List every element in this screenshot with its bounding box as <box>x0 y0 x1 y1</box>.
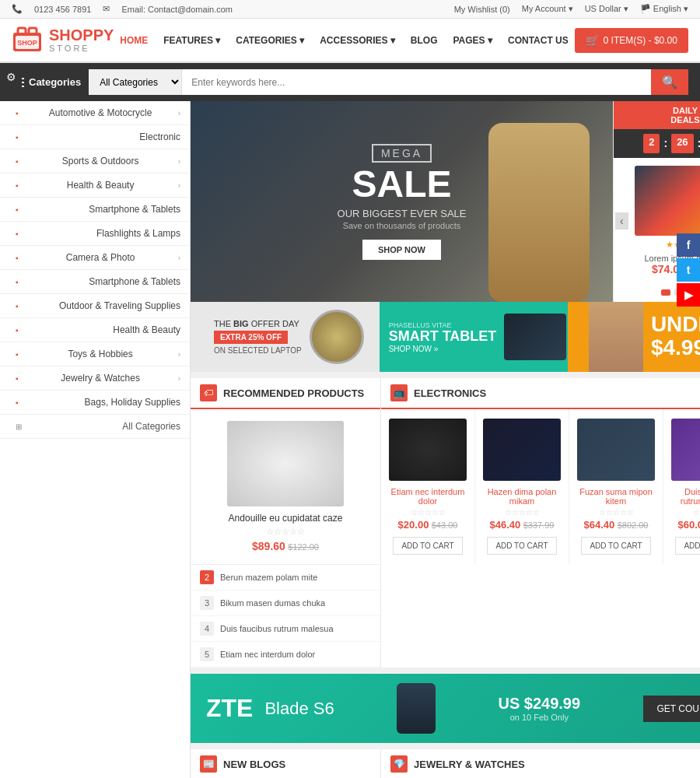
deal-dot-1[interactable] <box>661 289 670 296</box>
account-link[interactable]: My Account ▾ <box>522 4 573 14</box>
nav-home[interactable]: HOME <box>120 35 148 46</box>
promo-watch-image <box>310 310 364 364</box>
sidebar-item[interactable]: Camera & Photo› <box>0 246 190 270</box>
product-pricing: $64.40 $802.00 <box>577 519 655 531</box>
sidebar-item[interactable]: Health & Beauty <box>0 318 190 342</box>
product-stars: ☆☆☆☆☆ <box>483 508 561 517</box>
search-button[interactable]: 🔍 <box>651 69 688 95</box>
hero-shop-now-button[interactable]: SHOP NOW <box>362 240 441 260</box>
list-item-num: 2 <box>200 570 214 584</box>
promo-banners: THE BIG OFFER DAY EXTRA 25% OFF ON SELEC… <box>191 302 700 372</box>
daily-deals-header: DAILYDEALS <box>614 101 700 129</box>
promo-under-price: $4.99 <box>651 335 700 360</box>
svg-text:SHOP: SHOP <box>17 39 37 47</box>
category-select[interactable]: All Categories <box>89 69 182 95</box>
blog-icon: 📰 <box>200 755 217 773</box>
facebook-button[interactable]: f <box>677 233 700 257</box>
sidebar: Automotive & Motocrycle› Electronic Spor… <box>0 101 191 778</box>
currency-link[interactable]: US Dollar ▾ <box>585 4 628 14</box>
list-item[interactable]: 2 Berun mazem polam mite <box>191 565 380 591</box>
promo-banner-tablet[interactable]: PHASELLUS VITAE SMART TABLET SHOP NOW » <box>380 302 569 372</box>
sidebar-item[interactable]: Jewelry & Watches› <box>0 366 190 391</box>
zte-coupon-button[interactable]: GET COUPON » <box>643 696 701 722</box>
list-item-num: 3 <box>200 596 214 610</box>
product-name: Fuzan suma mipon kitem <box>577 487 655 506</box>
new-blogs-col: 📰 NEW BLOGS <box>191 749 381 778</box>
product-pricing: $60.00 $100.00 <box>671 519 700 531</box>
sidebar-item[interactable]: Electronic <box>0 125 190 149</box>
nav-accessories[interactable]: ACCESSORIES ▾ <box>320 35 395 46</box>
product-name: Duis faucibus rutrum malesua <box>671 487 700 506</box>
product-card: Fuzan suma mipon kitem ☆☆☆☆☆ $64.40 $802… <box>569 409 663 564</box>
promo-extra-off: EXTRA 25% OFF <box>214 331 288 344</box>
recommended-col: 🏷 RECOMMENDED PRODUCTS Andouille eu cupi… <box>191 378 381 668</box>
list-item-text: Duis faucibus rutrum malesua <box>220 624 334 633</box>
sidebar-item[interactable]: Bags, Holiday Supplies <box>0 391 190 415</box>
recommended-product-name: Andouille eu cupidatat caze <box>202 513 369 524</box>
product-card: Hazen dima polan mikam ☆☆☆☆☆ $46.40 $337… <box>475 409 569 564</box>
nav-features[interactable]: FEATURES ▾ <box>163 35 220 46</box>
list-item[interactable]: 3 Bikum masen dumas chuka <box>191 591 380 616</box>
cart-icon: 🛒 <box>586 34 599 47</box>
add-to-cart-button[interactable]: ADD TO CART <box>393 537 463 555</box>
timer-hours: 2 <box>643 134 660 153</box>
sidebar-item[interactable]: Smartphone & Tablets <box>0 198 190 222</box>
settings-gear[interactable]: ⚙ <box>0 66 22 88</box>
logo[interactable]: SHOP SHOPPY STORE <box>12 26 114 54</box>
sidebar-item[interactable]: Flashlights & Lamps <box>0 222 190 246</box>
twitter-button[interactable]: t <box>677 258 700 282</box>
nav-categories[interactable]: CATEGORIES ▾ <box>236 35 304 46</box>
nav-contact[interactable]: CONTACT US <box>508 35 569 46</box>
logo-shoppy: SHOPPY <box>49 26 114 44</box>
sidebar-item[interactable]: Sports & Outdoors› <box>0 149 190 173</box>
electronics-header: 📺 ELECTRONICS ‹ › <box>381 378 700 409</box>
search-input[interactable] <box>182 69 651 95</box>
product-price: $64.40 <box>584 519 615 531</box>
zte-banner[interactable]: ZTE Blade S6 US $249.99 on 10 Feb Only G… <box>191 674 700 743</box>
list-item[interactable]: 5 Etiam nec interdum dolor <box>191 642 380 668</box>
list-item[interactable]: 4 Duis faucibus rutrum malesua <box>191 616 380 642</box>
logo-svg: SHOP <box>12 26 43 54</box>
cart-button[interactable]: 🛒 0 ITEM(S) - $0.00 <box>575 28 688 53</box>
product-card: Etiam nec interdum dolor ☆☆☆☆☆ $20.00 $4… <box>381 409 475 564</box>
top-bar: 📞 0123 456 7891 ✉ Email: Contact@domain.… <box>0 0 700 19</box>
sidebar-item[interactable]: Smartphone & Tablets <box>0 270 190 294</box>
deal-product-image <box>635 166 700 236</box>
content-area: MEGA SALE OUR BIGGEST EVER SALE Save on … <box>191 101 700 778</box>
deal-prev-button[interactable]: ‹ <box>615 212 628 230</box>
sidebar-all-categories[interactable]: All Categories <box>0 415 190 439</box>
timer-sep1: : <box>663 134 667 153</box>
wishlist-link[interactable]: My Wishlist (0) <box>454 5 510 14</box>
list-item-text: Etiam nec interdum dolor <box>220 650 315 659</box>
youtube-button[interactable]: ▶ <box>677 283 700 307</box>
logo-store: STORE <box>49 44 114 53</box>
add-to-cart-button[interactable]: ADD TO CART <box>581 537 651 555</box>
promo-banner-laptop[interactable]: THE BIG OFFER DAY EXTRA 25% OFF ON SELEC… <box>191 302 380 372</box>
recommended-list: 2 Berun mazem polam mite 3 Bikum masen d… <box>191 565 380 668</box>
product-pricing: $20.00 $43.00 <box>389 519 467 531</box>
promo-tablet-text: PHASELLUS VITAE SMART TABLET SHOP NOW » <box>381 314 505 361</box>
promo-banner-under[interactable]: UNDER $4.99 <box>568 302 700 372</box>
sidebar-item-health-beauty[interactable]: Health & Beauty› <box>0 173 190 198</box>
zte-phone-image <box>397 683 436 734</box>
promo-smart-tablet: SMART TABLET <box>389 329 497 345</box>
hero-biggest: OUR BIGGEST EVER SALE <box>338 208 467 219</box>
phone-number: 0123 456 7891 <box>34 5 91 14</box>
promo-shop-now-link[interactable]: SHOP NOW » <box>389 345 497 353</box>
sidebar-item[interactable]: Automotive & Motocrycle› <box>0 101 190 125</box>
zte-date: on 10 Feb Only <box>498 713 580 722</box>
daily-deals-timer: 2 : 26 : 34 <box>614 129 700 158</box>
language-link[interactable]: 🏴 English ▾ <box>640 4 688 14</box>
jewelry-icon: 💎 <box>390 755 408 773</box>
hero-section: MEGA SALE OUR BIGGEST EVER SALE Save on … <box>191 101 700 302</box>
nav-blog[interactable]: BLOG <box>411 35 438 46</box>
add-to-cart-button[interactable]: ADD TO CART <box>675 537 700 555</box>
list-item-num: 4 <box>200 622 214 636</box>
sidebar-item[interactable]: Toys & Hobbies› <box>0 342 190 366</box>
recommended-old-price: $122.00 <box>288 542 319 552</box>
sidebar-item[interactable]: Outdoor & Traveling Supplies <box>0 294 190 318</box>
nav-pages[interactable]: PAGES ▾ <box>453 35 492 46</box>
electronics-icon: 📺 <box>390 384 408 401</box>
list-item-text: Berun mazem polam mite <box>220 573 317 582</box>
add-to-cart-button[interactable]: ADD TO CART <box>487 537 557 555</box>
